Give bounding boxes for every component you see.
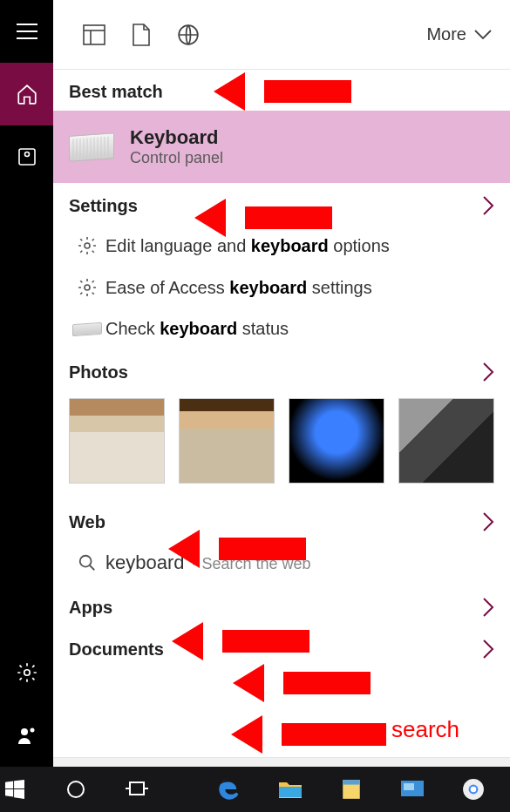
filter-home-button[interactable] (71, 24, 118, 45)
chevron-right-icon (482, 511, 494, 532)
gear-icon (69, 277, 105, 298)
section-label: Photos (69, 362, 128, 382)
svg-point-4 (30, 728, 34, 733)
section-label: Apps (69, 598, 112, 618)
more-label: More (426, 24, 466, 44)
annotation-arrow (255, 717, 386, 752)
globe-icon (177, 24, 200, 46)
settings-item-ease-of-access[interactable]: Ease of Access keyboard settings (53, 267, 510, 308)
chevron-right-icon (482, 362, 494, 382)
document-icon (133, 24, 150, 46)
settings-item-label: Ease of Access keyboard settings (105, 278, 494, 298)
search-results-pane: More Best match Keyboard Control panel S… (53, 0, 510, 812)
filter-bar: More (53, 0, 510, 70)
section-settings[interactable]: Settings (53, 183, 510, 225)
gear-icon (69, 235, 105, 256)
chevron-right-icon (482, 195, 494, 216)
search-icon (69, 553, 105, 572)
task-view-icon (125, 780, 149, 799)
svg-rect-14 (130, 782, 144, 795)
hamburger-icon (17, 24, 37, 39)
svg-point-9 (85, 243, 90, 248)
section-label: Best match (69, 82, 163, 102)
svg-point-2 (24, 670, 30, 676)
keyboard-icon (69, 132, 114, 162)
home-icon (16, 83, 38, 105)
taskbar-edge[interactable] (210, 770, 248, 809)
filter-web-button[interactable] (165, 24, 212, 46)
task-view-button[interactable] (118, 770, 156, 809)
web-search-item[interactable]: keyboard - Search the web (53, 541, 510, 585)
sidebar-home[interactable] (0, 63, 53, 125)
best-match-subtitle: Control panel (130, 149, 223, 167)
start-sidebar (0, 0, 53, 812)
taskbar (0, 767, 510, 812)
sidebar-apps[interactable] (0, 125, 53, 188)
hamburger-button[interactable] (0, 0, 53, 63)
notepad-icon (340, 778, 363, 801)
filter-more-button[interactable]: More (426, 24, 493, 44)
section-web[interactable]: Web (53, 499, 510, 541)
chevron-down-icon (473, 29, 493, 41)
filter-documents-button[interactable] (118, 24, 165, 46)
settings-item-check-status[interactable]: Check keyboard status (53, 308, 510, 349)
settings-item-label: Edit language and keyboard options (105, 236, 494, 256)
section-apps[interactable]: Apps (53, 585, 510, 626)
cortana-button[interactable] (57, 770, 95, 809)
user-icon (17, 725, 37, 746)
svg-point-1 (24, 152, 29, 157)
photo-thumb[interactable] (179, 398, 275, 484)
annotation-label: search (391, 716, 459, 743)
chrome-icon (462, 778, 485, 801)
annotation-arrow (257, 666, 371, 700)
chevron-right-icon (482, 639, 494, 660)
taskbar-app2[interactable] (393, 770, 432, 809)
svg-point-10 (85, 285, 90, 290)
circle-icon (65, 779, 86, 800)
settings-item-label: Check keyboard status (105, 319, 494, 339)
edge-icon (217, 777, 241, 802)
gear-icon (16, 661, 38, 684)
taskbar-chrome[interactable] (454, 770, 493, 809)
monitor-icon (400, 780, 425, 799)
svg-rect-18 (343, 780, 360, 784)
svg-point-23 (471, 787, 477, 793)
section-label: Settings (69, 196, 138, 216)
section-best-match: Best match (53, 70, 510, 111)
best-match-title: Keyboard (130, 126, 223, 149)
chevron-right-icon (482, 597, 494, 618)
taskbar-app1[interactable] (332, 770, 371, 809)
photo-thumb[interactable] (398, 398, 494, 484)
svg-point-3 (21, 728, 28, 735)
section-documents[interactable]: Documents (53, 626, 510, 668)
settings-item-edit-language[interactable]: Edit language and keyboard options (53, 225, 510, 267)
svg-line-12 (90, 565, 95, 571)
sidebar-settings[interactable] (0, 641, 53, 704)
section-label: Web (69, 512, 105, 532)
photos-row (53, 391, 510, 499)
apps-icon (17, 146, 37, 167)
svg-point-13 (68, 782, 84, 797)
folder-icon (278, 779, 303, 800)
start-button[interactable] (0, 770, 34, 809)
svg-rect-5 (84, 25, 105, 44)
best-match-result[interactable]: Keyboard Control panel (53, 111, 510, 183)
taskbar-file-explorer[interactable] (271, 770, 309, 809)
web-search-label: keyboard - Search the web (105, 551, 494, 574)
sidebar-account[interactable] (0, 704, 53, 767)
section-photos[interactable]: Photos (53, 349, 510, 391)
keyboard-icon (69, 323, 105, 335)
windows-icon (5, 780, 24, 799)
svg-point-11 (80, 556, 92, 567)
svg-rect-20 (404, 783, 414, 790)
section-label: Documents (69, 639, 164, 660)
photo-thumb[interactable] (69, 398, 165, 484)
window-icon (83, 24, 105, 45)
photo-thumb[interactable] (289, 398, 384, 484)
